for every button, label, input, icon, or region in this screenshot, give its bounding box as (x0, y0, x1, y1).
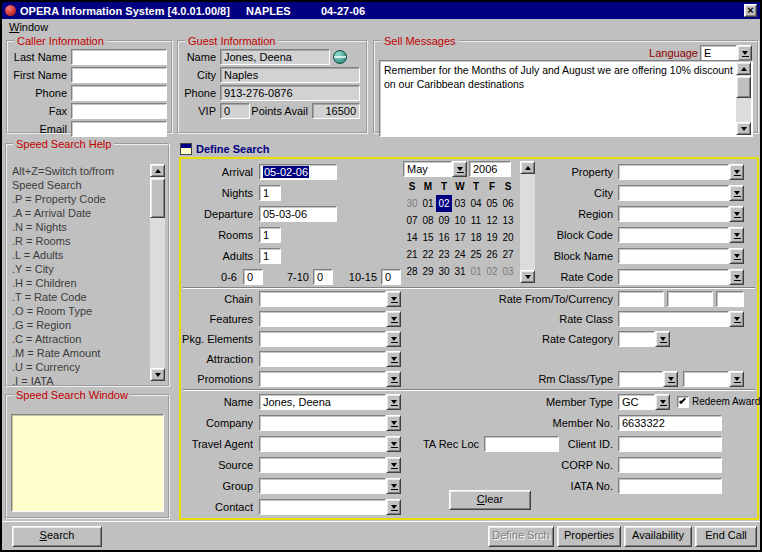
pkg-elements-input[interactable] (259, 331, 386, 347)
calendar-month-input[interactable]: May (403, 161, 452, 177)
corp-no-input[interactable] (618, 457, 722, 473)
profile-name-dropdown-button[interactable] (386, 394, 401, 410)
calendar-day[interactable]: 30 (436, 263, 452, 280)
adults-input[interactable]: 1 (259, 248, 281, 264)
scroll-up-icon[interactable] (150, 164, 165, 177)
properties-button[interactable]: Properties (557, 526, 621, 547)
property-dropdown-button[interactable] (729, 164, 744, 180)
rate-category-input[interactable] (618, 331, 655, 347)
vip-input[interactable]: 0 (220, 103, 250, 119)
language-input[interactable]: E (700, 45, 737, 61)
scroll-up-icon[interactable] (736, 62, 751, 75)
contact-dropdown-button[interactable] (386, 499, 401, 515)
contact-input[interactable] (259, 499, 386, 515)
profile-name-input[interactable]: Jones, Deena (259, 394, 386, 410)
features-input[interactable] (259, 311, 386, 327)
travel-agent-input[interactable] (259, 436, 386, 452)
scrollbar-thumb[interactable] (150, 178, 165, 218)
rm-class-dropdown-button[interactable] (663, 371, 678, 387)
age-0-6-input[interactable]: 0 (243, 269, 263, 285)
calendar-day[interactable]: 17 (452, 229, 468, 246)
city-dropdown-button[interactable] (729, 185, 744, 201)
calendar-day[interactable]: 31 (452, 263, 468, 280)
calendar-day[interactable]: 30 (404, 195, 420, 212)
calendar-day[interactable]: 16 (436, 229, 452, 246)
rate-category-dropdown-button[interactable] (655, 331, 670, 347)
calendar-day[interactable]: 22 (420, 246, 436, 263)
block-name-input[interactable] (618, 248, 729, 264)
client-id-input[interactable] (618, 436, 722, 452)
calendar-day[interactable]: 29 (420, 263, 436, 280)
clear-button[interactable]: Clear (449, 490, 531, 510)
points-avail-input[interactable]: 16500 (312, 103, 360, 119)
company-dropdown-button[interactable] (386, 415, 401, 431)
rate-class-input[interactable] (618, 311, 729, 327)
calendar-day[interactable]: 21 (404, 246, 420, 263)
guest-phone-input[interactable]: 913-276-0876 (220, 85, 360, 101)
rate-code-input[interactable] (618, 269, 729, 285)
calendar-day[interactable]: 23 (436, 246, 452, 263)
age-7-10-input[interactable]: 0 (313, 269, 333, 285)
calendar-day[interactable]: 28 (404, 263, 420, 280)
group-dropdown-button[interactable] (386, 478, 401, 494)
promotions-input[interactable] (259, 371, 386, 387)
company-input[interactable] (259, 415, 386, 431)
nights-input[interactable]: 1 (259, 185, 281, 201)
source-dropdown-button[interactable] (386, 457, 401, 473)
help-scrollbar[interactable] (150, 164, 165, 381)
scroll-down-icon[interactable] (150, 368, 165, 381)
iata-no-input[interactable] (618, 478, 722, 494)
rate-to-input[interactable] (667, 291, 713, 307)
rm-class-input[interactable] (618, 371, 663, 387)
language-dropdown-button[interactable] (737, 45, 752, 61)
close-icon[interactable]: × (744, 4, 757, 17)
city-input[interactable] (618, 185, 729, 201)
calendar-day[interactable]: 14 (404, 229, 420, 246)
age-10-15-input[interactable]: 0 (381, 269, 401, 285)
member-type-input[interactable]: GC (618, 394, 655, 410)
calendar-day[interactable]: 10 (452, 212, 468, 229)
rooms-input[interactable]: 1 (259, 227, 281, 243)
source-input[interactable] (259, 457, 386, 473)
end-call-button[interactable]: End Call (695, 526, 757, 547)
departure-input[interactable]: 05-03-06 (259, 206, 337, 222)
calendar-day[interactable]: 08 (420, 212, 436, 229)
rate-class-dropdown-button[interactable] (729, 311, 744, 327)
menu-window[interactable]: Window (9, 21, 48, 33)
member-no-input[interactable]: 6633322 (618, 415, 722, 431)
region-dropdown-button[interactable] (729, 206, 744, 222)
caller-phone-input[interactable] (71, 85, 167, 101)
travel-agent-dropdown-button[interactable] (386, 436, 401, 452)
member-type-dropdown-button[interactable] (655, 394, 670, 410)
rm-type-dropdown-button[interactable] (729, 371, 744, 387)
email-input[interactable] (71, 121, 167, 137)
block-code-input[interactable] (618, 227, 729, 243)
search-button[interactable]: Search (12, 526, 102, 547)
block-name-dropdown-button[interactable] (729, 248, 744, 264)
redeem-award-checkbox[interactable] (677, 396, 689, 408)
property-input[interactable] (618, 164, 729, 180)
scrollbar-thumb[interactable] (736, 76, 751, 98)
chain-input[interactable] (259, 291, 386, 307)
features-dropdown-button[interactable] (386, 311, 401, 327)
guest-name-input[interactable]: Jones, Deena (220, 49, 330, 65)
rate-currency-input[interactable] (716, 291, 744, 307)
pkg-elements-dropdown-button[interactable] (386, 331, 401, 347)
calendar-month-dropdown-button[interactable] (452, 161, 467, 177)
calendar-day[interactable]: 15 (420, 229, 436, 246)
speed-search-input[interactable] (11, 414, 164, 512)
guest-city-input[interactable]: Naples (220, 67, 360, 83)
block-code-dropdown-button[interactable] (729, 227, 744, 243)
first-name-input[interactable] (71, 67, 167, 83)
attraction-dropdown-button[interactable] (386, 351, 401, 367)
last-name-input[interactable] (71, 49, 167, 65)
calendar-day-selected[interactable]: 02 (436, 195, 452, 212)
group-input[interactable] (259, 478, 386, 494)
fax-input[interactable] (71, 103, 167, 119)
promotions-dropdown-button[interactable] (386, 371, 401, 387)
calendar-day[interactable]: 07 (404, 212, 420, 229)
arrival-input[interactable]: 05-02-06 (259, 164, 337, 180)
rate-code-dropdown-button[interactable] (729, 269, 744, 285)
calendar-day[interactable]: 01 (420, 195, 436, 212)
sell-message-scrollbar[interactable] (736, 62, 751, 135)
